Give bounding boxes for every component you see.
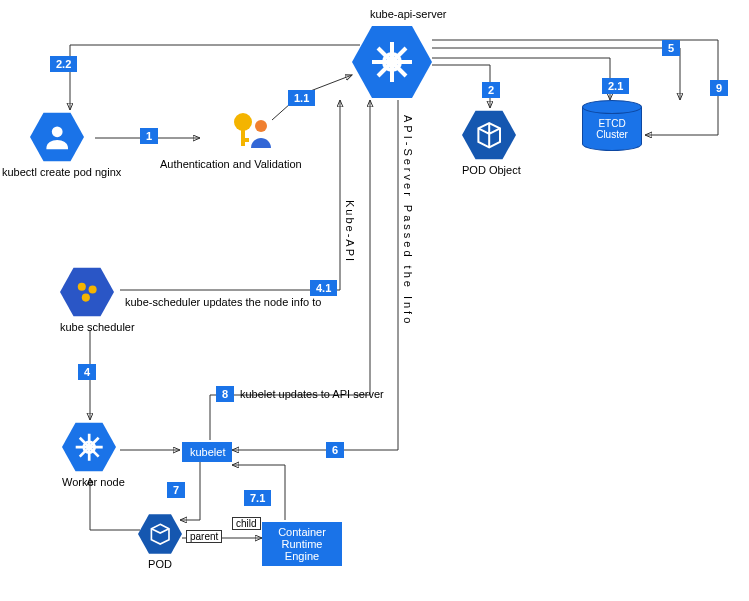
podobject-label: POD Object xyxy=(462,164,521,176)
step-7: 7 xyxy=(167,482,185,498)
step-4-1: 4.1 xyxy=(310,280,337,296)
gears-icon xyxy=(60,265,114,319)
etcd-node: ETCD Cluster xyxy=(582,100,642,154)
cube-icon xyxy=(138,512,182,556)
pod-node: POD xyxy=(138,512,182,570)
apiserver-title: kube-api-server xyxy=(370,8,446,20)
pod-label: POD xyxy=(138,558,182,570)
scheduler-node: kube scheduler xyxy=(60,265,135,333)
step-6: 6 xyxy=(326,442,344,458)
user-icon xyxy=(30,110,84,164)
helm-icon xyxy=(62,420,116,474)
svg-point-9 xyxy=(52,126,63,137)
step-5: 5 xyxy=(662,40,680,56)
kubectl-node: kubectl create pod nginx xyxy=(30,110,121,178)
cre-box: Container Runtime Engine xyxy=(262,522,342,566)
svg-point-16 xyxy=(82,293,90,301)
kubectl-label: kubectl create pod nginx xyxy=(2,166,121,178)
step-4: 4 xyxy=(78,364,96,380)
kubeapi-vertical: Kube-API xyxy=(344,200,356,263)
worker-label: Worker node xyxy=(62,476,125,488)
parent-label: parent xyxy=(186,530,222,543)
diagram-canvas: kube-api-server kubectl create pod nginx… xyxy=(0,0,749,601)
helm-icon xyxy=(352,22,432,102)
svg-rect-12 xyxy=(241,138,249,142)
key-user-icon xyxy=(227,108,275,156)
step-7-1: 7.1 xyxy=(244,490,271,506)
step-2-1: 2.1 xyxy=(602,78,629,94)
svg-point-13 xyxy=(255,120,267,132)
step-1-1: 1.1 xyxy=(288,90,315,106)
step-2: 2 xyxy=(482,82,500,98)
etcd-label: ETCD Cluster xyxy=(583,118,641,140)
child-label: child xyxy=(232,517,261,530)
step-1: 1 xyxy=(140,128,158,144)
cube-icon xyxy=(462,108,516,162)
kubelet-box: kubelet xyxy=(182,442,232,462)
step-2-2: 2.2 xyxy=(50,56,77,72)
scheduler-label: kube scheduler xyxy=(60,321,135,333)
svg-point-14 xyxy=(78,283,86,291)
svg-rect-11 xyxy=(241,128,245,146)
step-9: 9 xyxy=(710,80,728,96)
svg-point-15 xyxy=(88,285,96,293)
auth-label: Authentication and Validation xyxy=(160,158,302,170)
worker-node: Worker node xyxy=(62,420,125,488)
kubelet-edge-label: kubelet updates to API server xyxy=(240,388,384,400)
step-8: 8 xyxy=(216,386,234,402)
podobject-node: POD Object xyxy=(462,108,521,176)
auth-node: Authentication and Validation xyxy=(200,108,302,170)
scheduler-edge-label: kube-scheduler updates the node info to xyxy=(125,296,321,308)
passed-vertical: API-Server Passed the Info xyxy=(402,115,414,326)
apiserver-node xyxy=(352,22,432,102)
